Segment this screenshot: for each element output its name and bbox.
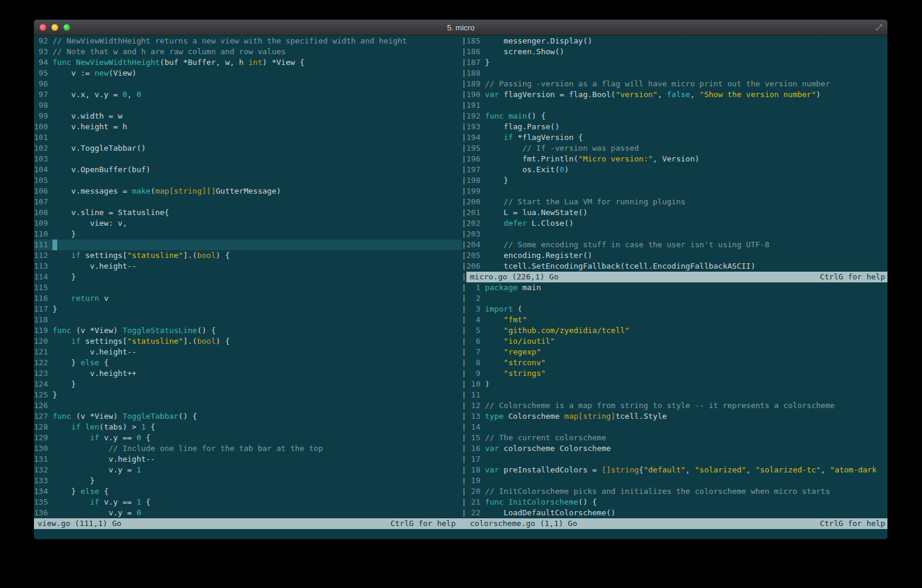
code-line[interactable]: 200 // Start the Lua VM for running plug… <box>466 197 887 207</box>
code-line[interactable]: 6 "io/ioutil" <box>466 336 887 347</box>
code-line[interactable]: 124 } <box>34 379 462 390</box>
code-line[interactable]: 204 // Some encoding stuff in case the u… <box>466 239 887 250</box>
code-line[interactable]: 122 } else { <box>34 357 462 368</box>
code-line[interactable]: 4 "fmt" <box>466 315 887 325</box>
code-line[interactable]: 128 if len(tabs) > 1 { <box>34 422 462 433</box>
code-line[interactable]: 113 v.height-- <box>34 261 462 272</box>
code-line[interactable]: 101 <box>34 132 462 143</box>
code-line[interactable]: 111 <box>34 239 462 250</box>
code-line[interactable]: 1package main <box>466 282 887 293</box>
code-line[interactable]: 92// NewViewWidthHeight returns a new vi… <box>34 36 462 46</box>
code-line[interactable]: 105 <box>34 175 462 186</box>
code-line[interactable]: 11 <box>466 390 887 400</box>
code-line[interactable]: 187} <box>466 57 887 68</box>
code-line[interactable]: 192func main() { <box>466 111 887 122</box>
code-text: v.ToggleTabbar() <box>52 143 146 154</box>
code-line[interactable]: 14 <box>466 422 887 433</box>
code-line[interactable]: 7 "regexp" <box>466 347 887 357</box>
code-line[interactable]: 106 v.messages = make(map[string][]Gutte… <box>34 186 462 197</box>
code-line[interactable]: 132 v.y = 1 <box>34 465 462 475</box>
code-line[interactable]: 117} <box>34 304 462 315</box>
code-line[interactable]: 199 <box>466 186 887 197</box>
code-line[interactable]: 21func InitColorscheme() { <box>466 497 887 508</box>
code-line[interactable]: 114 } <box>34 272 462 282</box>
code-line[interactable]: 108 v.sline = Statusline{ <box>34 207 462 218</box>
code-line[interactable]: 119func (v *View) ToggleStatusLine() { <box>34 325 462 336</box>
code-line[interactable]: 9 "strings" <box>466 368 887 379</box>
code-line[interactable]: 123 v.height++ <box>34 368 462 379</box>
code-line[interactable]: 136 v.y = 0 <box>34 508 462 518</box>
code-line[interactable]: 109 view: v, <box>34 218 462 229</box>
code-line[interactable]: 133 } <box>34 475 462 486</box>
code-line[interactable]: 197 os.Exit(0) <box>466 164 887 175</box>
code-line[interactable]: 112 if settings["statusline"].(bool) { <box>34 250 462 261</box>
code-line[interactable]: 17 <box>466 454 887 465</box>
code-line[interactable]: 190var flagVersion = flag.Bool("version"… <box>466 89 887 100</box>
code-line[interactable]: 125} <box>34 390 462 400</box>
code-line[interactable]: 188 <box>466 68 887 79</box>
code-line[interactable]: 96 <box>34 79 462 89</box>
code-line[interactable]: 98 <box>34 100 462 111</box>
code-line[interactable]: 102 v.ToggleTabbar() <box>34 143 462 154</box>
line-number: 134 <box>34 486 48 497</box>
code-line[interactable]: 116 return v <box>34 293 462 304</box>
editor-pane-colorscheme-go[interactable]: 1package main23import (4 "fmt"5 "github.… <box>466 282 887 518</box>
code-line[interactable]: 10) <box>466 379 887 390</box>
code-line[interactable]: 13type Colorscheme map[string]tcell.Styl… <box>466 411 887 422</box>
close-button-icon[interactable] <box>39 24 46 31</box>
code-line[interactable]: 8 "strconv" <box>466 357 887 368</box>
code-line[interactable]: 135 if v.y == 1 { <box>34 497 462 508</box>
code-line[interactable]: 5 "github.com/zyedidia/tcell" <box>466 325 887 336</box>
code-line[interactable]: 100 v.height = h <box>34 122 462 132</box>
line-number: 103 <box>34 154 48 164</box>
code-line[interactable]: 94func NewViewWidthHeight(buf *Buffer, w… <box>34 57 462 68</box>
code-line[interactable]: 93// Note that w and h are raw column an… <box>34 46 462 57</box>
minimize-button-icon[interactable] <box>51 24 58 31</box>
code-line[interactable]: 99 v.width = w <box>34 111 462 122</box>
fullscreen-icon[interactable] <box>875 23 883 32</box>
code-line[interactable]: 203 <box>466 229 887 239</box>
code-line[interactable]: 189// Passing -version as a flag will ha… <box>466 79 887 89</box>
code-line[interactable]: 127func (v *View) ToggleTabbar() { <box>34 411 462 422</box>
code-line[interactable]: 95 v := new(View) <box>34 68 462 79</box>
code-line[interactable]: 16var colorscheme Colorscheme <box>466 443 887 454</box>
code-line[interactable]: 18var preInstalledColors = []string{"def… <box>466 465 887 475</box>
code-line[interactable]: 115 <box>34 282 462 293</box>
code-line[interactable]: 191 <box>466 100 887 111</box>
code-line[interactable]: 2 <box>466 293 887 304</box>
code-line[interactable]: 12// Colorscheme is a map from string to… <box>466 400 887 411</box>
code-line[interactable]: 201 L = lua.NewState() <box>466 207 887 218</box>
code-line[interactable]: 194 if *flagVersion { <box>466 132 887 143</box>
code-line[interactable]: 196 fmt.Println("Micro version:", Versio… <box>466 154 887 164</box>
code-line[interactable]: 126 <box>34 400 462 411</box>
code-line[interactable]: 110 } <box>34 229 462 239</box>
code-line[interactable]: 130 // Include one line for the tab bar … <box>34 443 462 454</box>
code-line[interactable]: 120 if settings["statusline"].(bool) { <box>34 336 462 347</box>
code-line[interactable]: 118 <box>34 315 462 325</box>
code-line[interactable]: 198 } <box>466 175 887 186</box>
code-line[interactable]: 103 <box>34 154 462 164</box>
code-line[interactable]: 20// InitColorscheme picks and initializ… <box>466 486 887 497</box>
code-line[interactable]: 205 encoding.Register() <box>466 250 887 261</box>
code-line[interactable]: 131 v.height-- <box>34 454 462 465</box>
zoom-button-icon[interactable] <box>63 24 70 31</box>
code-line[interactable]: 193 flag.Parse() <box>466 122 887 132</box>
code-line[interactable]: 15// The current colorscheme <box>466 433 887 443</box>
code-line[interactable]: 107 <box>34 197 462 207</box>
code-line[interactable]: 3import ( <box>466 304 887 315</box>
code-line[interactable]: 104 v.OpenBuffer(buf) <box>34 164 462 175</box>
code-line[interactable]: 121 v.height-- <box>34 347 462 357</box>
code-line[interactable]: 186 screen.Show() <box>466 46 887 57</box>
code-line[interactable]: 195 // If -version was passed <box>466 143 887 154</box>
editor-pane-micro-go[interactable]: 185 messenger.Display()186 screen.Show()… <box>466 36 887 272</box>
code-line[interactable]: 19 <box>466 475 887 486</box>
code-line[interactable]: 185 messenger.Display() <box>466 36 887 46</box>
code-line[interactable]: 97 v.x, v.y = 0, 0 <box>34 89 462 100</box>
code-line[interactable]: 129 if v.y == 0 { <box>34 433 462 443</box>
title-bar[interactable]: 5. micro <box>34 20 887 36</box>
code-line[interactable]: 206 tcell.SetEncodingFallback(tcell.Enco… <box>466 261 887 272</box>
code-line[interactable]: 202 defer L.Close() <box>466 218 887 229</box>
code-line[interactable]: 22 LoadDefaultColorscheme() <box>466 508 887 518</box>
editor-pane-view-go[interactable]: 92// NewViewWidthHeight returns a new vi… <box>34 36 462 518</box>
code-line[interactable]: 134 } else { <box>34 486 462 497</box>
